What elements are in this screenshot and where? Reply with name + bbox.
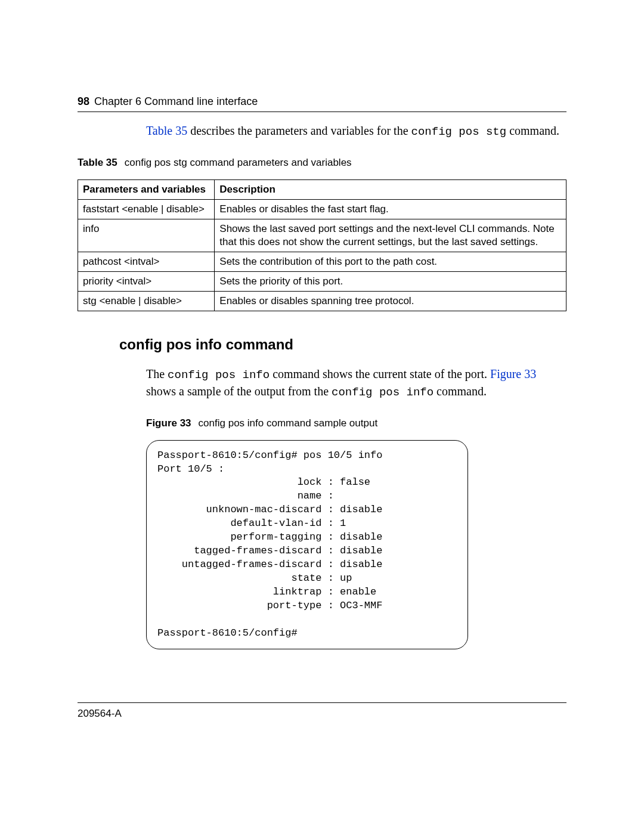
page-footer: 209564-A bbox=[78, 702, 566, 720]
table-head-desc: Description bbox=[215, 179, 566, 199]
table-header-row: Parameters and variables Description bbox=[78, 179, 566, 199]
table-head-param: Parameters and variables bbox=[78, 179, 215, 199]
table-35-label: Table 35 bbox=[78, 157, 117, 168]
intro-paragraph: Table 35 describes the parameters and va… bbox=[146, 123, 566, 140]
intro2-paragraph: The config pos info command shows the cu… bbox=[146, 366, 566, 400]
param-cell: info bbox=[78, 219, 215, 252]
param-cell: faststart <enable | disable> bbox=[78, 199, 215, 219]
desc-cell: Sets the priority of this port. bbox=[215, 272, 566, 292]
param-cell: priority <intval> bbox=[78, 272, 215, 292]
table-row: info Shows the last saved port settings … bbox=[78, 219, 566, 252]
intro-text-2: command. bbox=[506, 124, 559, 137]
page-number: 98 bbox=[78, 95, 89, 108]
figure-reference-link[interactable]: Figure 33 bbox=[490, 367, 536, 380]
table-35: Parameters and variables Description fas… bbox=[78, 179, 566, 312]
desc-cell: Sets the contribution of this port to th… bbox=[215, 252, 566, 272]
table-row: pathcost <intval> Sets the contribution … bbox=[78, 252, 566, 272]
desc-cell: Enables or disables spanning tree protoc… bbox=[215, 292, 566, 311]
figure-33-container: Passport-8610:5/config# pos 10/5 info Po… bbox=[146, 440, 566, 649]
figure-33-label: Figure 33 bbox=[146, 417, 191, 429]
intro2-code-2: config pos info bbox=[332, 386, 434, 399]
doc-id: 209564-A bbox=[78, 708, 122, 719]
page: 98 Chapter 6 Command line interface Tabl… bbox=[0, 0, 644, 833]
table-row: faststart <enable | disable> Enables or … bbox=[78, 199, 566, 219]
page-header: 98 Chapter 6 Command line interface bbox=[78, 95, 566, 112]
intro-code: config pos stg bbox=[411, 125, 507, 138]
table-reference-link[interactable]: Table 35 bbox=[146, 124, 187, 137]
table-35-caption: Table 35config pos stg command parameter… bbox=[78, 157, 566, 169]
table-35-caption-text: config pos stg command parameters and va… bbox=[125, 157, 352, 168]
intro-text-1: describes the parameters and variables f… bbox=[187, 124, 411, 137]
figure-33-output: Passport-8610:5/config# pos 10/5 info Po… bbox=[146, 440, 468, 649]
section-heading: config pos info command bbox=[119, 336, 566, 353]
chapter-title: Chapter 6 Command line interface bbox=[94, 95, 258, 108]
table-row: stg <enable | disable> Enables or disabl… bbox=[78, 292, 566, 311]
intro2-pre: The bbox=[146, 367, 168, 380]
intro2-after-ref: shows a sample of the output from the bbox=[146, 385, 332, 398]
desc-cell: Shows the last saved port settings and t… bbox=[215, 219, 566, 252]
figure-33-caption: Figure 33config pos info command sample … bbox=[146, 417, 566, 429]
intro2-mid: command shows the current state of the p… bbox=[270, 367, 490, 380]
intro2-tail: command. bbox=[434, 385, 487, 398]
param-cell: pathcost <intval> bbox=[78, 252, 215, 272]
table-row: priority <intval> Sets the priority of t… bbox=[78, 272, 566, 292]
desc-cell: Enables or disables the fast start flag. bbox=[215, 199, 566, 219]
figure-33-caption-text: config pos info command sample output bbox=[199, 417, 378, 429]
intro2-code-1: config pos info bbox=[168, 368, 270, 382]
param-cell: stg <enable | disable> bbox=[78, 292, 215, 311]
